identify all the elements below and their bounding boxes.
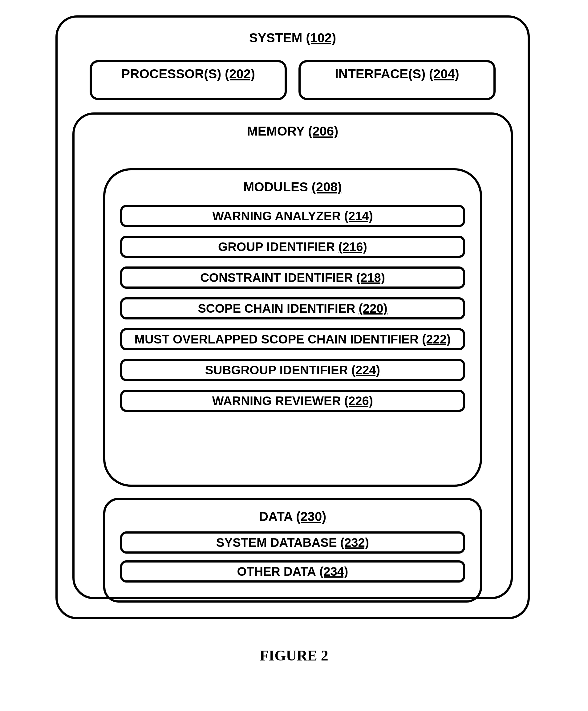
memory-box: MEMORY (206) MODULES (208) WARNING ANALY… — [72, 112, 513, 599]
module-item: SCOPE CHAIN IDENTIFIER (220) — [120, 297, 465, 320]
processor-box: PROCESSOR(S) (202) — [90, 60, 287, 100]
data-list: SYSTEM DATABASE (232) OTHER DATA (234) — [105, 532, 480, 583]
memory-ref: (206) — [308, 124, 338, 138]
data-title: DATA (230) — [105, 509, 480, 524]
modules-ref: (208) — [312, 179, 342, 194]
system-box: SYSTEM (102) PROCESSOR(S) (202) INTERFAC… — [56, 15, 530, 619]
top-row: PROCESSOR(S) (202) INTERFACE(S) (204) — [58, 60, 528, 100]
modules-title: MODULES (208) — [105, 179, 480, 194]
module-item: CONSTRAINT IDENTIFIER (218) — [120, 266, 465, 289]
interface-box: INTERFACE(S) (204) — [299, 60, 496, 100]
interface-label: INTERFACE(S) — [335, 67, 426, 81]
memory-title: MEMORY (206) — [74, 124, 511, 138]
page: SYSTEM (102) PROCESSOR(S) (202) INTERFAC… — [0, 0, 588, 711]
memory-label: MEMORY — [247, 124, 305, 138]
module-item: WARNING ANALYZER (214) — [120, 205, 465, 227]
modules-list: WARNING ANALYZER (214) GROUP IDENTIFIER … — [105, 205, 480, 412]
module-item: WARNING REVIEWER (226) — [120, 390, 465, 412]
data-box: DATA (230) SYSTEM DATABASE (232) OTHER D… — [103, 498, 482, 603]
module-item: SUBGROUP IDENTIFIER (224) — [120, 359, 465, 381]
system-label: SYSTEM — [249, 30, 303, 45]
data-ref: (230) — [296, 509, 326, 524]
module-item: MUST OVERLAPPED SCOPE CHAIN IDENTIFIER (… — [120, 328, 465, 350]
interface-label-wrap: INTERFACE(S) (204) — [335, 67, 459, 81]
data-item: SYSTEM DATABASE (232) — [120, 532, 465, 554]
module-item: GROUP IDENTIFIER (216) — [120, 236, 465, 258]
modules-label: MODULES — [243, 179, 308, 194]
modules-box: MODULES (208) WARNING ANALYZER (214) GRO… — [103, 168, 482, 487]
data-item: OTHER DATA (234) — [120, 560, 465, 583]
system-ref: (102) — [306, 30, 336, 45]
system-title: SYSTEM (102) — [58, 30, 528, 45]
figure-caption: FIGURE 2 — [0, 647, 588, 664]
interface-ref: (204) — [429, 67, 459, 81]
processor-ref: (202) — [225, 67, 255, 81]
data-label: DATA — [259, 509, 292, 524]
processor-label: PROCESSOR(S) — [122, 67, 221, 81]
processor-label-wrap: PROCESSOR(S) (202) — [122, 67, 255, 81]
